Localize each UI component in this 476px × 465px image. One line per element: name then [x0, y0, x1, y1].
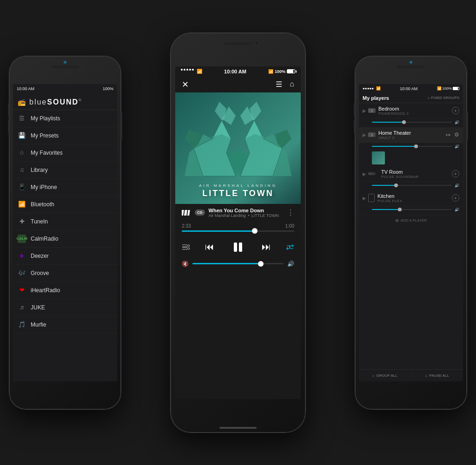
progress-bar[interactable]	[182, 230, 294, 232]
track-more-btn[interactable]: ⋮	[287, 208, 294, 217]
right-header: My players ⌂ FIXED GROUPS	[359, 93, 463, 103]
tvroom-type: PULSE SOUNDBAR	[381, 175, 452, 179]
bluesound-logo: 📻 blueSOUND®	[18, 97, 112, 107]
quality-badge: CD	[195, 210, 205, 216]
menu-item-bluetooth[interactable]: 📶 Bluetooth	[13, 196, 117, 213]
svg-text:1: 1	[289, 245, 291, 248]
right-phone-vol-down[interactable]	[354, 119, 355, 133]
tvroom-actions: +	[452, 170, 459, 177]
bedroom-type: POWERNODE 2	[378, 111, 452, 116]
volume-low-icon: 🔇	[182, 261, 189, 267]
home-icon[interactable]: ⌂	[290, 80, 294, 89]
menu-item-favorites[interactable]: ☆ My Favorites	[13, 144, 117, 162]
expand-bedroom[interactable]: ▶	[363, 108, 366, 113]
menu-item-juke[interactable]: ♬ JUKE	[13, 299, 117, 316]
menu-item-calmradio[interactable]: CALM CalmRadio	[13, 230, 117, 248]
close-button[interactable]: ✕	[182, 79, 189, 90]
kitchen-add-btn[interactable]: +	[452, 194, 459, 202]
playback-controls: ⏮ ⏭ 1	[175, 236, 301, 259]
bedroom-name: Bedroom	[378, 106, 452, 111]
menu-label-myiphone: My iPhone	[31, 184, 57, 190]
pause-btn[interactable]	[229, 238, 247, 256]
progress-fill	[182, 230, 255, 232]
menu-item-presets[interactable]: 💾 My Presets	[13, 127, 117, 144]
volume-up-btn[interactable]	[8, 103, 9, 117]
deezer-icon: D	[18, 252, 26, 260]
tvroom-info: TV Room PULSE SOUNDBAR	[381, 169, 452, 179]
tvroom-name: TV Room	[381, 169, 452, 175]
kitchen-actions: +	[452, 194, 459, 202]
svg-rect-18	[184, 210, 187, 216]
add-player-btn[interactable]: ⊕ ADD A PLAYER	[359, 215, 463, 226]
right-phone: ●●●●● 📶 10:00 AM 📶 100% My players ⌂ FIX	[355, 56, 467, 409]
player-item-bedroom: ▶ ☰ Bedroom POWERNODE 2 +	[359, 103, 463, 127]
shuffle-btn[interactable]	[182, 244, 190, 250]
right-status-bar: ●●●●● 📶 10:00 AM 📶 100%	[359, 84, 463, 93]
bedroom-vol-icon: 🔊	[455, 120, 459, 124]
center-status-icons: 📶 100%	[268, 69, 295, 74]
speaker	[51, 65, 79, 68]
right-phone-power[interactable]	[467, 112, 468, 140]
hometheater-mini-album	[372, 151, 385, 164]
tvroom-vol-bar[interactable]	[372, 185, 452, 186]
volume-bar[interactable]	[192, 263, 284, 264]
repeat-btn[interactable]: 1	[286, 244, 294, 250]
menu-item-myiphone[interactable]: 📱 My iPhone	[13, 179, 117, 196]
menu-label-calmradio: CalmRadio	[31, 236, 58, 242]
menu-label-juke: JUKE	[31, 304, 45, 311]
menu-item-deezer[interactable]: D Deezer	[13, 248, 117, 265]
hometheater-vol-bar[interactable]	[372, 146, 452, 147]
phone-icon: 📱	[18, 183, 26, 191]
menu-item-tunein[interactable]: ✚ TuneIn	[13, 213, 117, 230]
player-item-hometheater: ▶ ☰ Home Theater VAULT 2 ↦ ⚙	[359, 127, 463, 166]
center-speaker	[224, 42, 252, 45]
svg-rect-17	[182, 210, 184, 216]
group-all-btn[interactable]: ⌂ GROUP ALL	[359, 370, 411, 381]
volume-down-btn[interactable]	[8, 119, 9, 133]
expand-tvroom[interactable]: ▶	[363, 171, 366, 177]
menu-label-groove: Groove	[31, 270, 49, 276]
album-title: LITTLE TOWN	[202, 189, 274, 198]
kitchen-info: Kitchen PULSE FLEX	[377, 193, 452, 203]
volume-fill	[192, 263, 261, 264]
menu-label-library: Library	[31, 167, 48, 173]
hometheater-cast-btn[interactable]: ↦	[446, 131, 450, 138]
hometheater-volume: 🔊	[359, 143, 463, 151]
tunein-icon: ✚	[18, 217, 26, 226]
music-icon: ♫	[18, 166, 26, 174]
pause-all-btn[interactable]: ⌂ PAUSE ALL	[411, 370, 463, 381]
expand-kitchen[interactable]: ▶	[363, 196, 366, 201]
menu-label-tunein: TuneIn	[31, 218, 48, 225]
previous-btn[interactable]: ⏮	[205, 242, 214, 252]
home-indicator[interactable]	[219, 427, 257, 429]
center-camera	[255, 41, 258, 45]
power-btn[interactable]	[121, 112, 122, 140]
center-phone: 📶 10:00 AM 📶 100% ✕ ☰ ⌂	[171, 33, 305, 432]
hometheater-vol-thumb	[414, 144, 418, 148]
menu-item-playlists[interactable]: ☰ My Playlists	[13, 110, 117, 127]
next-btn[interactable]: ⏭	[262, 242, 271, 252]
album-art-overlay: AIR MARSHAL LANDING LITTLE TOWN	[175, 92, 301, 204]
tvroom-add-btn[interactable]: +	[452, 170, 459, 177]
hometheater-settings-btn[interactable]: ⚙	[454, 131, 459, 138]
playlist-icon: ☰	[18, 114, 26, 123]
menu-icon[interactable]: ☰	[276, 80, 282, 89]
menu-item-murfie[interactable]: 🎵 Murfie	[13, 316, 117, 334]
kitchen-vol-bar[interactable]	[372, 209, 452, 210]
tvroom-vol-icon: 🔊	[455, 183, 459, 188]
menu-item-groove[interactable]: 🎶 Groove	[13, 265, 117, 282]
bedroom-add-btn[interactable]: +	[452, 107, 459, 114]
calm-icon: CALM	[18, 235, 26, 243]
kitchen-volume: 🔊	[359, 206, 463, 215]
hometheater-name: Home Theater	[378, 130, 446, 136]
menu-item-iheartradio[interactable]: ❤ iHeartRadio	[13, 282, 117, 299]
fixed-groups-btn[interactable]: ⌂ FIXED GROUPS	[428, 96, 459, 100]
menu-item-library[interactable]: ♫ Library	[13, 162, 117, 179]
bedroom-vol-bar[interactable]	[372, 122, 452, 123]
right-speaker	[397, 65, 425, 68]
expand-hometheater[interactable]: ▶	[363, 132, 366, 138]
right-phone-vol-up[interactable]	[354, 103, 355, 117]
track-title: When You Come Down	[209, 208, 287, 213]
hometheater-actions: ↦ ⚙	[446, 131, 459, 138]
preset-icon: 💾	[18, 131, 26, 140]
